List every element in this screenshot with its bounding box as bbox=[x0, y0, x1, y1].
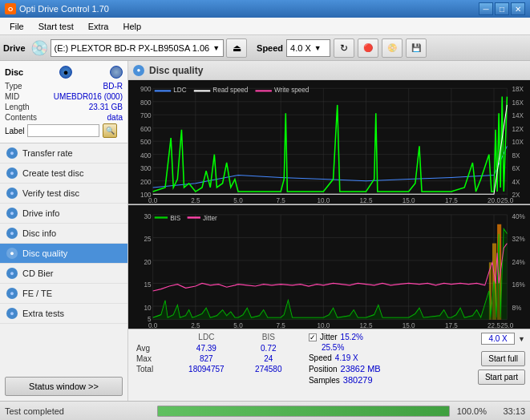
stats-row-total: Total 18094757 274580 bbox=[133, 364, 296, 374]
total-label: Total bbox=[133, 364, 172, 374]
drive-eject-button[interactable]: ⏏ bbox=[226, 38, 247, 58]
svg-text:15.0: 15.0 bbox=[403, 197, 415, 204]
nav-icon-6: ● bbox=[6, 268, 18, 279]
svg-text:12.5: 12.5 bbox=[360, 197, 373, 204]
tool2-button[interactable]: 📀 bbox=[382, 38, 403, 58]
nav-label-3: Drive info bbox=[22, 208, 59, 218]
chart-bis: 30 25 20 15 10 5 40% 32% 24% 16% 8% 0.0 … bbox=[128, 205, 530, 329]
save-button[interactable]: 💾 bbox=[406, 38, 427, 58]
svg-text:10.0: 10.0 bbox=[317, 321, 330, 329]
nav-item-fe--te[interactable]: ●FE / TE bbox=[0, 284, 127, 304]
svg-text:15: 15 bbox=[144, 280, 152, 289]
svg-text:17.5: 17.5 bbox=[445, 321, 458, 329]
drive-select[interactable]: (E:) PLEXTOR BD-R PX-LB950SA 1.06 ▼ bbox=[51, 39, 225, 57]
svg-text:18X: 18X bbox=[512, 86, 524, 93]
nav-label-4: Disc info bbox=[22, 228, 56, 238]
speed-select[interactable]: 4.0 X ▼ bbox=[286, 39, 330, 57]
stats-area: LDC BIS Avg 47.39 0.72 Max 827 bbox=[128, 329, 530, 401]
menu-file[interactable]: File bbox=[3, 20, 30, 33]
svg-text:40%: 40% bbox=[512, 212, 525, 220]
nav-item-disc-quality[interactable]: ●Disc quality bbox=[0, 244, 127, 264]
type-value: BD-R bbox=[103, 82, 123, 91]
svg-text:25: 25 bbox=[144, 234, 152, 243]
nav-label-6: CD Bier bbox=[22, 269, 54, 278]
svg-rect-50 bbox=[194, 90, 210, 91]
disc-panel: Disc ● Type BD-R MID UMEBDR016 (000) Len… bbox=[0, 61, 127, 143]
charts-container: 900 800 700 600 500 400 300 200 100 18X … bbox=[128, 80, 530, 329]
nav-item-extra-tests[interactable]: ●Extra tests bbox=[0, 304, 127, 324]
refresh-button[interactable]: ↻ bbox=[334, 38, 354, 58]
max-bis: 24 bbox=[241, 353, 296, 364]
svg-text:15.0: 15.0 bbox=[403, 321, 415, 329]
nav-icon-8: ● bbox=[6, 308, 18, 319]
svg-text:400: 400 bbox=[140, 152, 152, 160]
nav-icon-0: ● bbox=[6, 147, 18, 159]
start-part-button[interactable]: Start part bbox=[478, 370, 525, 385]
nav-label-5: Disc quality bbox=[22, 248, 67, 258]
svg-rect-96 bbox=[155, 216, 168, 218]
menu-start-test[interactable]: Start test bbox=[32, 20, 80, 33]
start-full-button[interactable]: Start full bbox=[481, 351, 525, 366]
speed-dropdown-icon: ▼ bbox=[518, 335, 525, 343]
menu-help[interactable]: Help bbox=[116, 20, 148, 33]
tool1-button[interactable]: 🔴 bbox=[358, 38, 378, 58]
nav-label-2: Verify test disc bbox=[22, 188, 79, 198]
status-window-button[interactable]: Status window >> bbox=[5, 377, 123, 396]
app-icon: O bbox=[5, 3, 16, 14]
stats-row-avg: Avg 47.39 0.72 bbox=[133, 343, 296, 353]
svg-text:10.0: 10.0 bbox=[317, 197, 330, 204]
maximize-button[interactable]: □ bbox=[495, 2, 509, 15]
nav-item-drive-info[interactable]: ●Drive info bbox=[0, 204, 127, 224]
svg-text:14X: 14X bbox=[512, 112, 524, 119]
speed-label: Speed bbox=[257, 43, 283, 53]
speed-value: 4.19 X bbox=[335, 353, 358, 362]
svg-text:500: 500 bbox=[140, 139, 152, 146]
jitter-checkbox[interactable]: ✓ bbox=[309, 333, 317, 341]
menu-extra[interactable]: Extra bbox=[82, 20, 115, 33]
jitter-max-value: 25.5% bbox=[322, 343, 344, 352]
svg-text:200: 200 bbox=[140, 179, 152, 186]
drive-dropdown-arrow: ▼ bbox=[212, 44, 220, 52]
nav-label-0: Transfer rate bbox=[22, 148, 73, 158]
progress-percentage: 100.0% bbox=[456, 406, 487, 416]
samples-value: 380279 bbox=[343, 375, 373, 385]
label-input[interactable] bbox=[27, 124, 99, 137]
nav-item-transfer-rate[interactable]: ●Transfer rate bbox=[0, 143, 127, 164]
ldc-header: LDC bbox=[172, 333, 241, 343]
svg-text:16X: 16X bbox=[512, 99, 524, 107]
nav-item-verify-test-disc[interactable]: ●Verify test disc bbox=[0, 184, 127, 204]
close-button[interactable]: ✕ bbox=[511, 2, 525, 15]
position-label: Position bbox=[309, 365, 338, 374]
svg-text:12.5: 12.5 bbox=[360, 321, 373, 329]
length-label: Length bbox=[5, 103, 30, 111]
nav-items: ●Transfer rate●Create test disc●Verify t… bbox=[0, 143, 127, 372]
nav-item-create-test-disc[interactable]: ●Create test disc bbox=[0, 164, 127, 184]
nav-label-1: Create test disc bbox=[22, 168, 83, 178]
avg-ldc: 47.39 bbox=[172, 343, 241, 353]
svg-text:5.0: 5.0 bbox=[233, 321, 242, 329]
mid-label: MID bbox=[5, 92, 19, 101]
svg-rect-48 bbox=[155, 90, 171, 91]
stats-table-container: LDC BIS Avg 47.39 0.72 Max 827 bbox=[133, 333, 296, 374]
minimize-button[interactable]: ─ bbox=[479, 2, 493, 15]
sidebar: Disc ● Type BD-R MID UMEBDR016 (000) Len… bbox=[0, 61, 128, 401]
nav-label-8: Extra tests bbox=[22, 309, 64, 318]
mid-value: UMEBDR016 (000) bbox=[54, 92, 123, 101]
status-bar: Test completed 100.0% 33:13 bbox=[0, 401, 530, 420]
nav-icon-5: ● bbox=[6, 248, 18, 259]
speed-dropdown-arrow: ▼ bbox=[314, 44, 322, 52]
label-label: Label bbox=[5, 127, 24, 135]
nav-item-cd-bier[interactable]: ●CD Bier bbox=[0, 264, 127, 284]
content-area: ● Disc quality bbox=[128, 61, 530, 401]
label-edit-button[interactable]: 🔍 bbox=[103, 123, 117, 138]
speed-box[interactable]: 4.0 X bbox=[481, 333, 515, 345]
title-bar: O Opti Drive Control 1.70 ─ □ ✕ bbox=[0, 0, 530, 18]
svg-rect-0 bbox=[128, 80, 530, 204]
status-text: Test completed bbox=[5, 406, 151, 416]
svg-text:30: 30 bbox=[144, 212, 152, 220]
svg-text:2.5: 2.5 bbox=[191, 321, 200, 329]
length-value: 23.31 GB bbox=[89, 103, 123, 111]
drive-icon: 💿 bbox=[30, 39, 48, 57]
total-ldc: 18094757 bbox=[172, 364, 241, 374]
nav-item-disc-info[interactable]: ●Disc info bbox=[0, 224, 127, 244]
